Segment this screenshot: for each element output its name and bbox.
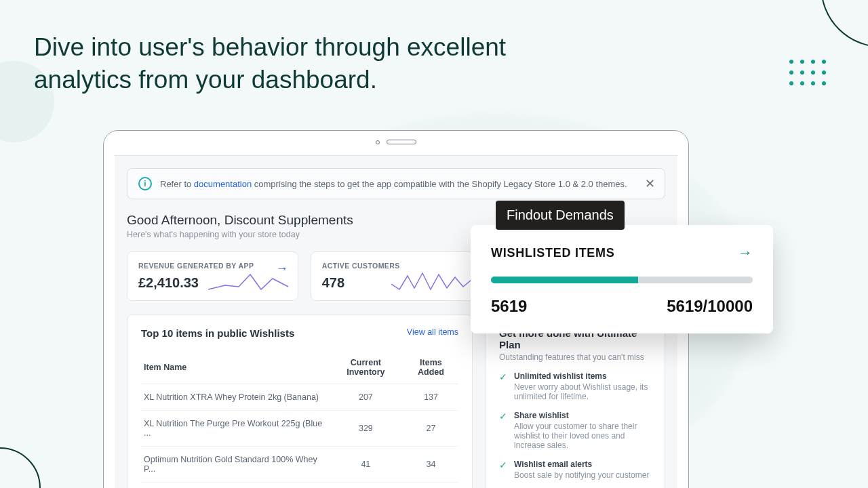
callout-label: Findout Demands	[496, 201, 625, 230]
col-item-name: Item Name	[141, 351, 328, 384]
feature-item: ✓ Wishlist email alerts Boost sale by no…	[499, 460, 651, 480]
check-icon: ✓	[499, 411, 507, 450]
cell-name: Optimum Nutrition Gold Standard 100% Whe…	[141, 447, 328, 483]
col-inventory: Current Inventory	[328, 351, 403, 384]
device-notch	[376, 140, 416, 144]
close-icon[interactable]: ✕	[645, 176, 655, 191]
feature-desc: Never worry about Wishlist usage, its un…	[514, 382, 651, 401]
wishlisted-items-card[interactable]: WISHLISTED ITEMS → 5619 5619/10000	[471, 225, 773, 333]
cell-name: XL Nutrition XTRA Whey Protein 2kg (Bana…	[141, 384, 328, 411]
feature-desc: Boost sale by notifying your customer	[514, 470, 649, 480]
col-items-added: Items Added	[403, 351, 458, 384]
info-banner: i Refer to documentation comprising the …	[127, 168, 665, 199]
info-banner-text: Refer to documentation comprising the st…	[160, 179, 627, 189]
info-icon: i	[138, 177, 152, 190]
decor-dot-grid	[789, 60, 826, 85]
progress-fill	[491, 277, 638, 283]
documentation-link[interactable]: documentation	[194, 179, 252, 189]
check-icon: ✓	[499, 460, 507, 480]
top-wishlist-table: Item Name Current Inventory Items Added …	[141, 351, 458, 483]
cell-added: 27	[403, 411, 458, 447]
ultimate-plan-panel: Get more done with Ultimate Plan Outstan…	[485, 314, 665, 488]
page-headline: Dive into user's behavior through excell…	[34, 31, 522, 96]
feature-title: Wishlist email alerts	[514, 460, 649, 469]
top-wishlist-panel: View all items Top 10 items in public Wi…	[127, 314, 473, 488]
cell-added: 34	[403, 447, 458, 483]
decor-circle	[821, 0, 868, 47]
feature-title: Share wishlist	[514, 411, 651, 420]
decor-circle	[0, 447, 41, 488]
sparkline	[208, 269, 290, 293]
feature-item: ✓ Share wishlist Allow your customer to …	[499, 411, 651, 450]
sparkline	[391, 269, 473, 293]
arrow-right-icon[interactable]: →	[738, 244, 753, 262]
progress-bar	[491, 277, 753, 283]
table-row[interactable]: XL Nutrition XTRA Whey Protein 2kg (Bana…	[141, 384, 458, 411]
view-all-items-link[interactable]: View all items	[407, 327, 458, 337]
cell-added: 137	[403, 384, 458, 411]
feature-title: Unlimited wishlist items	[514, 371, 651, 381]
check-icon: ✓	[499, 372, 507, 401]
feature-item: ✓ Unlimited wishlist items Never worry a…	[499, 371, 651, 401]
feature-desc: Allow your customer to share their wishl…	[514, 422, 651, 450]
table-row[interactable]: Optimum Nutrition Gold Standard 100% Whe…	[141, 447, 458, 483]
cell-inv: 41	[328, 447, 403, 483]
cell-inv: 329	[328, 411, 403, 447]
card-title: WISHLISTED ITEMS	[491, 246, 615, 260]
cell-name: XL Nutrition The Purge Pre Workout 225g …	[141, 411, 328, 447]
stat-card-revenue[interactable]: REVENUE GENERATED BY APP → £2,410.33	[127, 251, 298, 301]
cell-inv: 207	[328, 384, 403, 411]
wishlist-ratio: 5619/10000	[667, 297, 753, 316]
table-row[interactable]: XL Nutrition The Purge Pre Workout 225g …	[141, 411, 458, 447]
wishlist-count: 5619	[491, 297, 527, 316]
stat-card-active-customers[interactable]: ACTIVE CUSTOMERS 478	[311, 251, 482, 301]
panel-sub: Outstanding features that you can't miss	[499, 352, 651, 362]
